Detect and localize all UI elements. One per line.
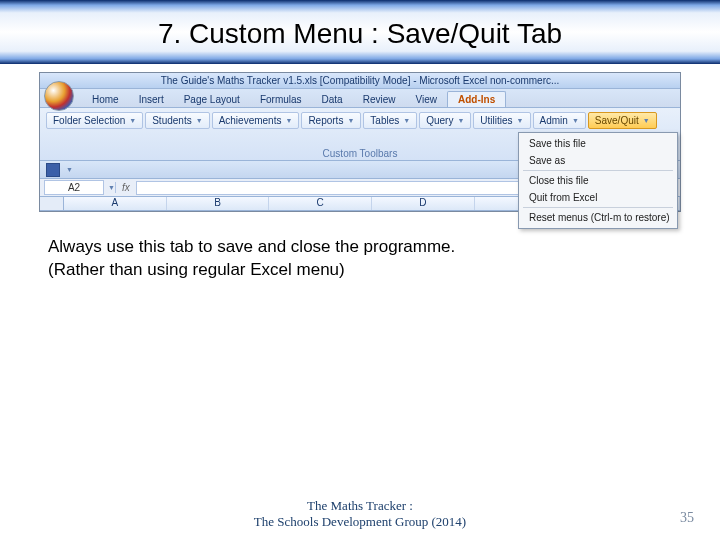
dd-separator <box>523 207 673 208</box>
chevron-down-icon: ▼ <box>457 117 464 124</box>
chevron-down-icon: ▼ <box>517 117 524 124</box>
chevron-down-icon: ▼ <box>129 117 136 124</box>
slide-title: 7. Custom Menu : Save/Quit Tab <box>0 18 720 50</box>
tab-formulas[interactable]: Formulas <box>250 92 312 107</box>
menu-tables[interactable]: Tables▼ <box>363 112 417 129</box>
save-icon[interactable] <box>46 163 60 177</box>
col-header-a[interactable]: A <box>64 197 167 210</box>
custom-menu-row: Folder Selection▼ Students▼ Achievements… <box>46 112 674 129</box>
chevron-down-icon[interactable]: ▼ <box>66 166 73 173</box>
col-header-c[interactable]: C <box>269 197 372 210</box>
ribbon-tabs: Home Insert Page Layout Formulas Data Re… <box>40 89 680 107</box>
menu-utilities[interactable]: Utilities▼ <box>473 112 530 129</box>
tab-view[interactable]: View <box>405 92 447 107</box>
chevron-down-icon: ▼ <box>403 117 410 124</box>
tab-add-ins[interactable]: Add-Ins <box>447 91 506 107</box>
dd-save-this-file[interactable]: Save this file <box>519 135 677 152</box>
dd-close-this-file[interactable]: Close this file <box>519 172 677 189</box>
tab-home[interactable]: Home <box>82 92 129 107</box>
chevron-down-icon[interactable]: ▼ <box>108 184 115 191</box>
name-box[interactable]: A2 <box>44 180 104 195</box>
slide-footer: The Maths Tracker : The Schools Developm… <box>0 498 720 531</box>
tab-insert[interactable]: Insert <box>129 92 174 107</box>
body-line-2: (Rather than using regular Excel menu) <box>48 259 672 282</box>
dd-save-as[interactable]: Save as <box>519 152 677 169</box>
menu-admin[interactable]: Admin▼ <box>533 112 586 129</box>
excel-titlebar: The Guide's Maths Tracker v1.5.xls [Comp… <box>40 73 680 89</box>
select-all-corner[interactable] <box>40 197 64 210</box>
tab-page-layout[interactable]: Page Layout <box>174 92 250 107</box>
chevron-down-icon: ▼ <box>347 117 354 124</box>
tab-data[interactable]: Data <box>312 92 353 107</box>
menu-students[interactable]: Students▼ <box>145 112 209 129</box>
chevron-down-icon: ▼ <box>572 117 579 124</box>
excel-title-text: The Guide's Maths Tracker v1.5.xls [Comp… <box>161 75 560 86</box>
footer-line-1: The Maths Tracker : <box>0 498 720 514</box>
save-quit-dropdown: Save this file Save as Close this file Q… <box>518 132 678 229</box>
chevron-down-icon: ▼ <box>196 117 203 124</box>
menu-achievements[interactable]: Achievements▼ <box>212 112 300 129</box>
chevron-down-icon: ▼ <box>285 117 292 124</box>
ribbon-group-label: Custom Toolbars <box>323 148 398 159</box>
menu-save-quit[interactable]: Save/Quit▼ <box>588 112 657 129</box>
dd-separator <box>523 170 673 171</box>
fx-icon[interactable]: fx <box>115 182 136 193</box>
excel-screenshot: The Guide's Maths Tracker v1.5.xls [Comp… <box>39 72 681 212</box>
office-button-icon[interactable] <box>44 81 74 111</box>
menu-reports[interactable]: Reports▼ <box>301 112 361 129</box>
ribbon-area: Home Insert Page Layout Formulas Data Re… <box>40 89 680 161</box>
slide-title-band: 7. Custom Menu : Save/Quit Tab <box>0 0 720 64</box>
footer-line-2: The Schools Development Group (2014) <box>0 514 720 530</box>
chevron-down-icon: ▼ <box>643 117 650 124</box>
dd-reset-menus[interactable]: Reset menus (Ctrl-m to restore) <box>519 209 677 226</box>
page-number: 35 <box>680 510 694 526</box>
slide-body-text: Always use this tab to save and close th… <box>48 236 672 282</box>
col-header-b[interactable]: B <box>167 197 270 210</box>
dd-quit-from-excel[interactable]: Quit from Excel <box>519 189 677 206</box>
menu-folder-selection[interactable]: Folder Selection▼ <box>46 112 143 129</box>
menu-query[interactable]: Query▼ <box>419 112 471 129</box>
body-line-1: Always use this tab to save and close th… <box>48 236 672 259</box>
tab-review[interactable]: Review <box>353 92 406 107</box>
col-header-d[interactable]: D <box>372 197 475 210</box>
ribbon-body: Folder Selection▼ Students▼ Achievements… <box>40 107 680 161</box>
